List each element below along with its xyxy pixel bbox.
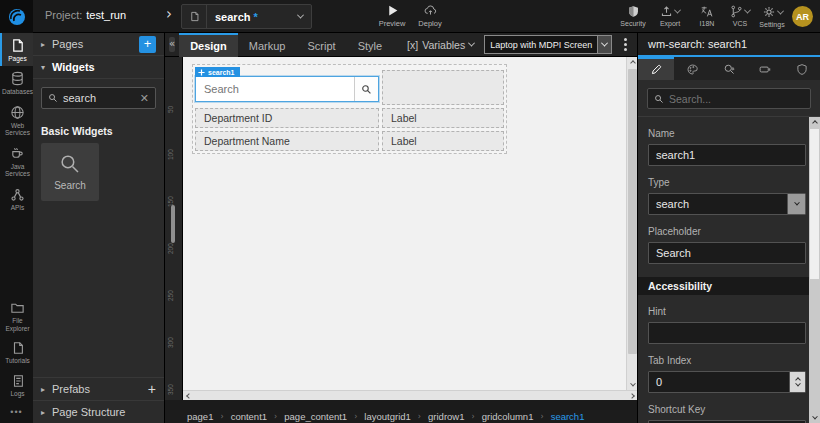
breadcrumb-item[interactable]: content1 [231, 411, 267, 422]
canvas-vertical-scrollbar[interactable] [626, 57, 637, 390]
rail-item-apis[interactable]: APIs [0, 182, 33, 215]
label-widget[interactable]: Label [382, 108, 504, 128]
inspector-scrollbar[interactable] [809, 117, 820, 423]
widgets-section-header[interactable]: ▾ Widgets [33, 56, 164, 79]
chevron-down-icon[interactable] [787, 194, 805, 214]
type-select[interactable] [648, 193, 806, 215]
grid-row: Department ID Label [195, 108, 504, 128]
breadcrumb-item[interactable]: page_content1 [284, 411, 347, 422]
rail-item-web-services[interactable]: Web Services [0, 100, 33, 141]
prefabs-section-header[interactable]: ▸ Prefabs + [33, 377, 164, 400]
scroll-right-arrow[interactable] [626, 391, 637, 401]
breadcrumb: page1 › content1 › page_content1 › layou… [165, 410, 637, 423]
grid-row: Department Name Label [195, 131, 504, 151]
add-page-button[interactable]: + [139, 36, 156, 53]
property-search-input[interactable] [669, 93, 804, 105]
placeholder-field[interactable] [648, 242, 806, 264]
breadcrumb-item[interactable]: gridrow1 [428, 411, 464, 422]
variables-menu[interactable]: [x] Variables [407, 39, 474, 51]
scroll-left-arrow[interactable] [183, 391, 194, 401]
i18n-button[interactable]: I18N [689, 5, 725, 27]
rail-item-databases[interactable]: Databases [0, 66, 33, 99]
hint-field[interactable] [648, 322, 806, 344]
gear-icon [762, 5, 776, 19]
collapse-panel-button[interactable]: « [169, 37, 175, 52]
rail-more-button[interactable]: ••• [0, 401, 33, 423]
number-stepper[interactable] [789, 372, 805, 392]
more-options-kebab[interactable] [621, 35, 630, 54]
scroll-down-arrow[interactable] [809, 412, 820, 423]
label-widget[interactable]: Label [382, 131, 504, 151]
user-avatar[interactable]: AR [792, 6, 813, 27]
search-widget[interactable] [195, 76, 379, 102]
deploy-button[interactable]: Deploy [410, 4, 450, 28]
label-widget[interactable]: Department ID [195, 108, 379, 128]
breadcrumb-item[interactable]: layoutgrid1 [364, 411, 410, 422]
tab-design[interactable]: Design [179, 33, 238, 57]
tab-properties[interactable] [638, 57, 674, 80]
grid-row: search1 [195, 67, 504, 105]
vcs-button[interactable]: VCS [722, 5, 758, 27]
tab-security[interactable] [784, 57, 820, 80]
widget-search-box[interactable]: ✕ [41, 87, 156, 109]
label-widget[interactable]: Department Name [195, 131, 379, 151]
tab-styles[interactable] [674, 57, 710, 80]
rail-item-java-services[interactable]: Java Services [0, 141, 33, 182]
left-rail: Pages Databases Web Services Java Servic… [0, 33, 33, 423]
hint-input[interactable] [649, 327, 805, 339]
move-icon [198, 69, 205, 76]
grid-column-empty[interactable] [382, 70, 504, 105]
canvas-horizontal-scrollbar[interactable] [183, 390, 637, 400]
tab-index-field[interactable] [648, 371, 806, 393]
pencil-icon [650, 63, 663, 76]
breadcrumb-item-current[interactable]: search1 [551, 411, 585, 422]
cloud-upload-icon [423, 4, 438, 17]
chevron-down-icon [468, 40, 475, 47]
type-value[interactable] [649, 198, 787, 210]
canvas-search-input[interactable] [196, 77, 354, 101]
scrollbar-thumb[interactable] [810, 129, 819, 279]
placeholder-label: Placeholder [648, 226, 806, 237]
vertical-scrollbar-thumb[interactable] [171, 205, 175, 243]
tab-index-input[interactable] [649, 376, 789, 388]
export-button[interactable]: Export [652, 5, 688, 27]
tab-markup[interactable]: Markup [238, 33, 297, 57]
device-select[interactable]: Laptop with MDPI Screen [484, 35, 612, 54]
tab-advanced-search[interactable] [711, 57, 747, 80]
layout-grid[interactable]: search1 Department ID Label Department N… [192, 64, 507, 154]
inspector-tabs [638, 57, 820, 80]
canvas-search-button[interactable] [354, 77, 378, 101]
play-icon [386, 4, 399, 17]
page-structure-section-header[interactable]: ▸ Page Structure [33, 400, 164, 423]
design-canvas[interactable]: search1 Department ID Label Department N… [183, 57, 637, 400]
rail-item-logs[interactable]: Logs [0, 369, 33, 401]
tab-device[interactable] [747, 57, 783, 80]
preview-button[interactable]: Preview [372, 4, 412, 28]
rail-item-pages[interactable]: Pages [0, 33, 33, 66]
rail-item-file-explorer[interactable]: File Explorer [0, 295, 33, 336]
scrollbar-thumb[interactable] [628, 69, 637, 354]
name-input[interactable] [649, 149, 805, 161]
page-selector[interactable]: search * [181, 4, 312, 29]
pages-section-header[interactable]: ▸ Pages + [33, 33, 164, 56]
rail-item-tutorials[interactable]: Tutorials [0, 336, 33, 368]
selected-widget-tag[interactable]: search1 [195, 67, 240, 77]
settings-button[interactable]: Settings [756, 5, 788, 28]
scroll-up-arrow[interactable] [809, 117, 820, 128]
grid-column-search[interactable]: search1 [195, 67, 379, 105]
property-search-box[interactable] [647, 88, 811, 109]
clear-search-icon[interactable]: ✕ [140, 92, 149, 105]
wavemaker-logo[interactable] [0, 0, 33, 33]
placeholder-input[interactable] [649, 247, 805, 259]
widget-search-input[interactable] [63, 92, 140, 104]
search-widget-tile[interactable]: Search [41, 143, 99, 201]
add-prefab-button[interactable]: + [148, 381, 156, 397]
tab-style[interactable]: Style [347, 33, 393, 57]
name-field[interactable] [648, 144, 806, 166]
tab-script[interactable]: Script [297, 33, 347, 57]
i18n-icon [700, 5, 714, 18]
breadcrumb-item[interactable]: gridcolumn1 [482, 411, 534, 422]
breadcrumb-item[interactable]: page1 [187, 411, 213, 422]
chevron-right-icon: ▸ [41, 385, 45, 394]
security-button[interactable]: Security [615, 5, 651, 27]
